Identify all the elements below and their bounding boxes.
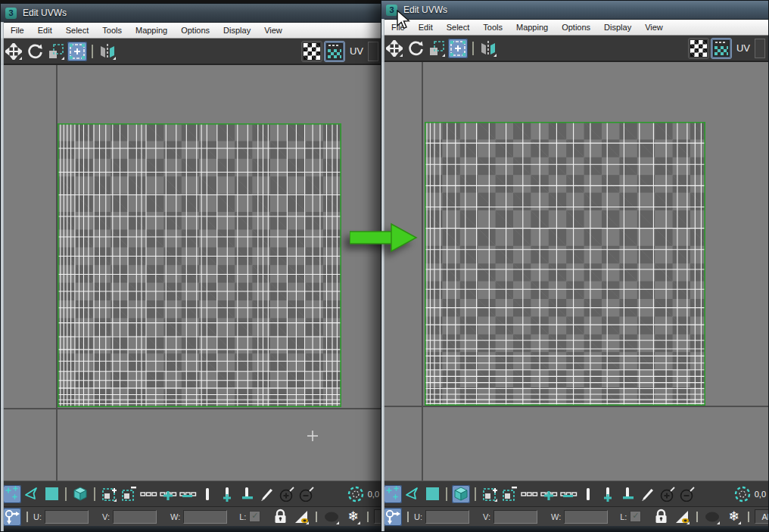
lock-aspect-checkbox[interactable]: ✓ xyxy=(249,511,260,522)
material-id-filter-dropdown[interactable]: All IDs xyxy=(755,509,768,524)
menu-file[interactable]: File xyxy=(4,24,31,36)
grow-loop-button[interactable] xyxy=(540,485,558,503)
title-bar[interactable]: 3 Edit UVWs xyxy=(381,1,768,20)
paint-select-brush-button[interactable] xyxy=(257,485,276,503)
shrink-loop-button[interactable] xyxy=(559,485,578,503)
status-separator xyxy=(748,512,749,522)
shrink-loop-button[interactable] xyxy=(179,485,197,503)
grow-ring-button[interactable] xyxy=(218,485,236,503)
menu-mapping[interactable]: Mapping xyxy=(509,21,555,33)
grow-selection-button[interactable] xyxy=(100,485,118,503)
menu-mapping[interactable]: Mapping xyxy=(129,24,174,36)
brush-size-up-button[interactable] xyxy=(277,485,295,503)
uv-space-label[interactable]: UV xyxy=(350,45,363,57)
edge-ring-select-button[interactable] xyxy=(579,485,597,503)
scale-tool-button[interactable] xyxy=(46,42,66,61)
brush-size-down-button[interactable] xyxy=(677,485,696,503)
shrink-selection-button[interactable] xyxy=(120,485,138,503)
absolute-offset-toggle-button[interactable] xyxy=(384,508,402,526)
move-tool-button[interactable] xyxy=(4,42,23,61)
freeze-selected-button[interactable]: ❄ xyxy=(344,508,362,526)
face-mode-button[interactable] xyxy=(423,485,441,503)
grow-selection-button[interactable] xyxy=(481,485,499,503)
app-logo-icon[interactable]: 3 xyxy=(5,8,17,19)
freeform-mode-button[interactable] xyxy=(67,42,87,61)
menu-display[interactable]: Display xyxy=(216,24,257,36)
menu-options[interactable]: Options xyxy=(555,21,597,33)
texture-list-button[interactable] xyxy=(711,38,732,59)
brush-size-down-button[interactable] xyxy=(297,485,315,503)
status-separator xyxy=(407,512,409,522)
menu-select[interactable]: Select xyxy=(440,21,477,33)
edit-uvws-window-after: 3 Edit UVWs File Edit Select Tools Mappi… xyxy=(381,0,769,532)
soft-selection-falloff-button[interactable] xyxy=(733,485,752,503)
filter-selected-faces-button[interactable] xyxy=(292,508,310,526)
menu-display[interactable]: Display xyxy=(597,21,638,33)
menu-view[interactable]: View xyxy=(638,21,670,33)
edge-loop-select-button[interactable] xyxy=(520,485,538,503)
paint-select-brush-button[interactable] xyxy=(638,485,656,503)
vertex-mode-button[interactable] xyxy=(384,485,402,503)
grow-ring-button[interactable] xyxy=(599,485,617,503)
brush-size-up-button[interactable] xyxy=(658,485,676,503)
edge-mode-button[interactable] xyxy=(23,485,41,503)
mirror-tool-button[interactable] xyxy=(478,39,498,58)
freeform-mode-button[interactable] xyxy=(448,39,468,58)
menu-view[interactable]: View xyxy=(257,24,289,36)
checker-map-icon xyxy=(304,43,320,60)
vertex-mode-button[interactable] xyxy=(3,485,21,503)
lock-selection-button[interactable] xyxy=(652,508,670,526)
shrink-ring-button[interactable] xyxy=(238,485,256,503)
soft-selection-falloff-button[interactable] xyxy=(347,485,365,503)
move-tool-button[interactable] xyxy=(384,39,404,58)
title-bar[interactable]: 3 Edit UVWs xyxy=(1,4,381,23)
rotate-tool-button[interactable] xyxy=(406,39,425,58)
menu-file[interactable]: File xyxy=(384,21,412,33)
face-mode-button[interactable] xyxy=(42,485,61,503)
edge-ring-select-button[interactable] xyxy=(198,485,216,503)
filter-selected-faces-button[interactable] xyxy=(673,508,691,526)
window-bottom-border xyxy=(1,526,381,531)
v-coordinate-field[interactable] xyxy=(493,510,537,524)
u-coordinate-field[interactable] xyxy=(425,510,469,524)
scale-tool-button[interactable] xyxy=(427,39,447,58)
transform-toolbar: UV xyxy=(1,39,381,65)
mirror-tool-button[interactable] xyxy=(98,42,117,61)
texture-list-button[interactable] xyxy=(324,41,345,62)
app-logo-icon[interactable]: 3 xyxy=(386,5,397,16)
rotate-tool-button[interactable] xyxy=(25,42,45,61)
select-element-toggle-button[interactable] xyxy=(71,485,89,503)
show-map-toggle-button[interactable] xyxy=(688,38,709,59)
menu-select[interactable]: Select xyxy=(59,24,96,36)
menu-tools[interactable]: Tools xyxy=(476,21,509,33)
menu-edit[interactable]: Edit xyxy=(31,24,59,36)
menu-options[interactable]: Options xyxy=(174,24,216,36)
shrink-selection-button[interactable] xyxy=(500,485,518,503)
status-separator xyxy=(367,512,369,522)
menu-tools[interactable]: Tools xyxy=(95,24,129,36)
w-coordinate-field[interactable] xyxy=(183,510,227,524)
menu-edit[interactable]: Edit xyxy=(412,21,440,33)
lock-selection-button[interactable] xyxy=(271,508,289,526)
lock-aspect-checkbox[interactable]: ✓ xyxy=(630,511,641,522)
shrink-ring-button[interactable] xyxy=(618,485,637,503)
clipped-toolbar-control[interactable] xyxy=(368,42,378,61)
grow-loop-button[interactable] xyxy=(159,485,177,503)
clipped-toolbar-control[interactable] xyxy=(755,39,765,58)
show-map-toggle-button[interactable] xyxy=(301,41,322,62)
edge-loop-select-button[interactable] xyxy=(139,485,157,503)
w-coordinate-field[interactable] xyxy=(564,510,608,524)
hide-selected-button[interactable] xyxy=(322,508,341,526)
uv-editor-viewport[interactable] xyxy=(1,65,381,481)
v-axis-line xyxy=(1,408,381,409)
absolute-offset-toggle-button[interactable] xyxy=(3,508,21,526)
hide-selected-button[interactable] xyxy=(703,508,721,526)
edge-mode-button[interactable] xyxy=(403,485,422,503)
v-coordinate-field[interactable] xyxy=(113,510,157,524)
uv-space-label[interactable]: UV xyxy=(736,42,750,54)
uv-editor-viewport[interactable] xyxy=(381,62,768,481)
freeze-selected-button[interactable]: ❄ xyxy=(724,508,743,526)
select-element-toggle-button[interactable] xyxy=(452,485,470,503)
transform-toolbar: UV xyxy=(381,36,768,62)
u-coordinate-field[interactable] xyxy=(45,510,89,524)
